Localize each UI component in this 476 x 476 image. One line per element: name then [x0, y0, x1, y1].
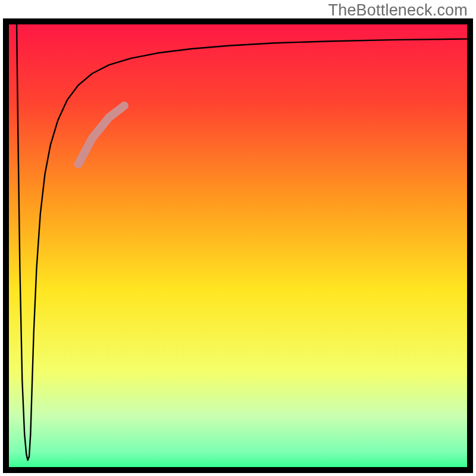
bottleneck-chart	[0, 0, 476, 476]
watermark-label: TheBottleneck.com	[328, 1, 468, 20]
chart-frame: TheBottleneck.com	[0, 0, 476, 476]
